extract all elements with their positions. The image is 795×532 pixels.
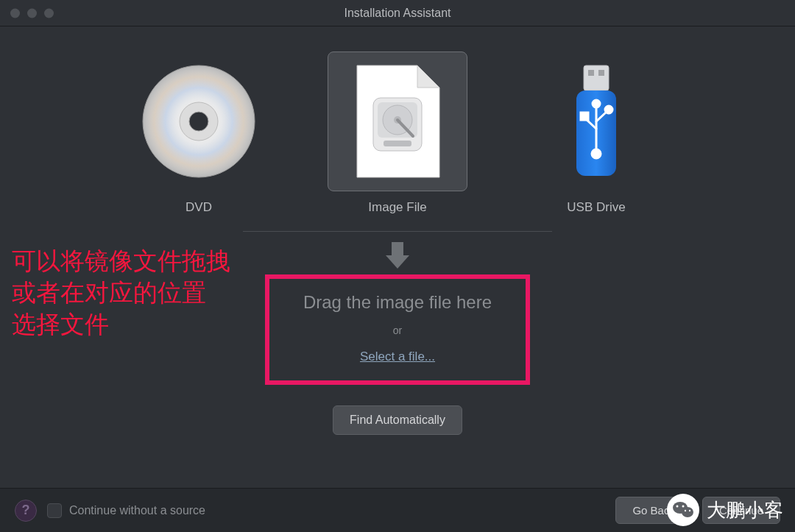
- window-controls: [10, 8, 54, 18]
- svg-point-15: [592, 149, 601, 158]
- help-button[interactable]: ?: [15, 500, 37, 522]
- annotation-line: 选择文件: [12, 309, 230, 341]
- arrow-down-icon: [387, 242, 408, 269]
- go-back-button[interactable]: Go Back: [615, 497, 692, 524]
- drop-or: or: [280, 324, 515, 336]
- source-option-usb[interactable]: USB Drive: [519, 52, 674, 215]
- source-option-dvd[interactable]: DVD: [121, 52, 276, 215]
- drop-zone[interactable]: Drag the image file here or Select a fil…: [265, 274, 530, 385]
- checkbox-icon: [47, 503, 62, 518]
- source-option-image-file[interactable]: Image File: [320, 52, 475, 215]
- dvd-icon: [129, 52, 269, 191]
- zoom-window-button[interactable]: [44, 8, 54, 18]
- annotation-line: 或者在对应的位置: [12, 277, 230, 309]
- minimize-window-button[interactable]: [27, 8, 37, 18]
- window-title: Installation Assistant: [0, 7, 795, 20]
- source-label-image-file: Image File: [368, 200, 426, 215]
- footer-bar: ? Continue without a source Go Back Cont…: [0, 488, 795, 532]
- footer-buttons: Go Back Continue: [615, 497, 780, 524]
- svg-rect-10: [588, 70, 594, 76]
- source-label-dvd: DVD: [186, 200, 212, 215]
- select-file-link[interactable]: Select a file...: [360, 350, 435, 364]
- svg-point-17: [605, 106, 612, 113]
- usb-drive-icon: [526, 52, 666, 191]
- annotation-line: 可以将镜像文件拖拽: [12, 246, 230, 277]
- find-automatically-button[interactable]: Find Automatically: [333, 405, 462, 435]
- svg-point-14: [593, 100, 600, 107]
- divider: [243, 231, 552, 232]
- source-options-row: DVD: [0, 52, 795, 215]
- annotation-overlay: 可以将镜像文件拖拽 或者在对应的位置 选择文件: [12, 246, 230, 341]
- content-area: DVD: [0, 26, 795, 488]
- titlebar: Installation Assistant: [0, 0, 795, 26]
- svg-rect-11: [598, 70, 604, 76]
- image-file-icon: [328, 52, 467, 191]
- svg-point-3: [189, 112, 208, 131]
- close-window-button[interactable]: [10, 8, 20, 18]
- continue-button[interactable]: Continue: [702, 497, 780, 524]
- drop-title: Drag the image file here: [280, 292, 515, 313]
- svg-rect-8: [384, 141, 411, 146]
- checkbox-label: Continue without a source: [69, 504, 205, 517]
- source-label-usb: USB Drive: [567, 200, 625, 215]
- continue-without-source-checkbox[interactable]: Continue without a source: [47, 503, 205, 518]
- svg-rect-9: [584, 65, 609, 91]
- svg-rect-16: [581, 113, 588, 120]
